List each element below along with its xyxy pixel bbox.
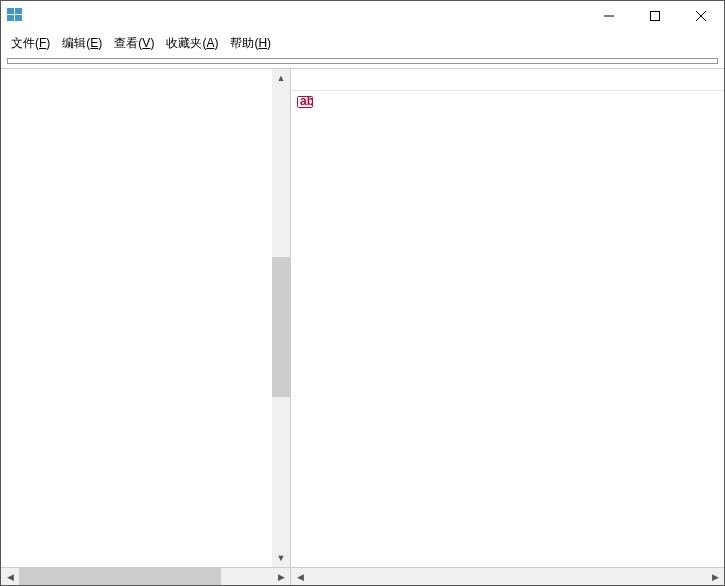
- main-area: ▲ ▼ ◀ ▶ ab: [1, 68, 724, 585]
- tree-panel: ▲ ▼ ◀ ▶: [1, 69, 291, 585]
- svg-rect-0: [7, 8, 14, 14]
- scroll-track[interactable]: [272, 87, 290, 549]
- close-button[interactable]: [678, 1, 724, 31]
- column-headers: [291, 69, 724, 91]
- value-row[interactable]: ab: [297, 93, 718, 113]
- scroll-thumb[interactable]: [272, 257, 290, 397]
- menu-file[interactable]: 文件(F): [11, 35, 50, 52]
- svg-rect-3: [15, 15, 22, 21]
- scroll-up-arrow[interactable]: ▲: [272, 69, 290, 87]
- scroll-left-arrow[interactable]: ◀: [291, 568, 309, 585]
- minimize-button[interactable]: [586, 1, 632, 31]
- values-rows: ab: [291, 91, 724, 567]
- svg-text:ab: ab: [300, 95, 313, 108]
- svg-rect-2: [7, 15, 14, 21]
- app-icon: [7, 7, 23, 26]
- window-controls: [586, 1, 724, 31]
- scroll-h-track[interactable]: [309, 568, 706, 585]
- svg-rect-5: [651, 12, 660, 21]
- menu-favorites[interactable]: 收藏夹(A): [166, 35, 218, 52]
- address-bar[interactable]: [7, 58, 718, 64]
- scroll-left-arrow[interactable]: ◀: [1, 568, 19, 585]
- menu-help[interactable]: 帮助(H): [230, 35, 271, 52]
- tree-vertical-scrollbar[interactable]: ▲ ▼: [272, 69, 290, 567]
- svg-rect-1: [15, 8, 22, 14]
- menubar: 文件(F) 编辑(E) 查看(V) 收藏夹(A) 帮助(H): [1, 31, 724, 58]
- values-horizontal-scrollbar[interactable]: ◀ ▶: [291, 567, 724, 585]
- reg-string-icon: ab: [297, 95, 313, 112]
- scroll-right-arrow[interactable]: ▶: [706, 568, 724, 585]
- scroll-h-track[interactable]: [19, 568, 272, 585]
- tree-scroll: ▲ ▼: [1, 69, 290, 567]
- menu-view[interactable]: 查看(V): [114, 35, 154, 52]
- menu-edit[interactable]: 编辑(E): [62, 35, 102, 52]
- maximize-button[interactable]: [632, 1, 678, 31]
- scroll-h-thumb[interactable]: [19, 568, 221, 585]
- scroll-right-arrow[interactable]: ▶: [272, 568, 290, 585]
- values-panel: ab ◀ ▶: [291, 69, 724, 585]
- tree-horizontal-scrollbar[interactable]: ◀ ▶: [1, 567, 290, 585]
- scroll-down-arrow[interactable]: ▼: [272, 549, 290, 567]
- titlebar: [1, 1, 724, 31]
